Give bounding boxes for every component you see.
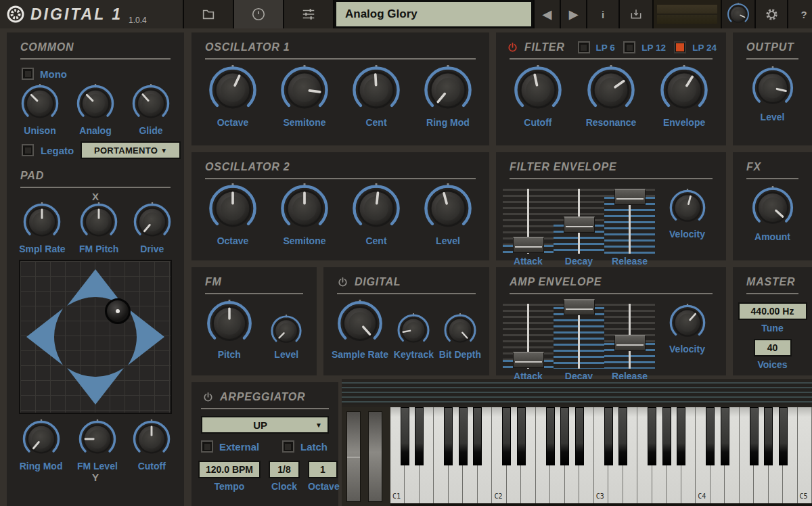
- black-key[interactable]: [662, 407, 671, 465]
- latch-checkbox[interactable]: [282, 440, 294, 453]
- black-key[interactable]: [415, 407, 424, 465]
- knob-smpl-rate[interactable]: Smpl Rate: [19, 202, 65, 254]
- knob-envelope[interactable]: Envelope: [659, 65, 709, 128]
- black-key[interactable]: [721, 407, 729, 465]
- knob-cent[interactable]: Cent: [351, 183, 401, 246]
- arp-latch-toggle[interactable]: Latch: [282, 440, 328, 453]
- external-checkbox[interactable]: [201, 440, 213, 453]
- slider-decay[interactable]: Decay: [554, 189, 604, 267]
- slider-track-area[interactable]: [554, 189, 604, 254]
- slider-release[interactable]: Release: [604, 304, 655, 382]
- settings-button[interactable]: [756, 0, 787, 28]
- black-key[interactable]: [677, 407, 685, 465]
- knob-bit-depth[interactable]: Bit Depth: [439, 313, 481, 360]
- slider-attack[interactable]: Attack: [503, 304, 554, 382]
- pitch-wheel[interactable]: [346, 411, 361, 502]
- knob-level[interactable]: Level: [751, 66, 794, 122]
- knob-cent[interactable]: Cent: [351, 65, 401, 128]
- black-key[interactable]: [502, 407, 511, 465]
- main-tab[interactable]: [234, 0, 283, 28]
- knob-velocity[interactable]: Velocity: [669, 304, 706, 354]
- arp-mode-dropdown[interactable]: UP ▼: [201, 416, 329, 434]
- preset-display[interactable]: Analog Glory: [334, 0, 533, 28]
- prev-preset-button[interactable]: ◀: [535, 0, 560, 28]
- black-key[interactable]: [648, 407, 656, 465]
- master-voices-value[interactable]: 40: [754, 339, 792, 356]
- black-key[interactable]: [546, 407, 555, 465]
- arp-clock-value[interactable]: 1/8: [269, 461, 300, 478]
- legato-checkbox[interactable]: [22, 144, 34, 156]
- black-key[interactable]: [604, 407, 613, 465]
- knob-octave[interactable]: Octave: [208, 65, 258, 128]
- xy-pad[interactable]: [19, 260, 172, 414]
- glide-mode-dropdown[interactable]: PORTAMENTO ▼: [81, 141, 181, 159]
- settings-tab[interactable]: [284, 0, 333, 28]
- mode-checkbox[interactable]: [623, 41, 635, 53]
- slider-track-area[interactable]: [604, 189, 655, 254]
- slider-handle[interactable]: [614, 189, 646, 205]
- slider-decay[interactable]: Decay: [554, 304, 604, 382]
- white-key[interactable]: C5: [798, 407, 812, 503]
- knob-fm-pitch[interactable]: FM Pitch: [79, 202, 118, 254]
- black-key[interactable]: [779, 407, 788, 465]
- slider-track-area[interactable]: [503, 189, 554, 254]
- black-key[interactable]: [575, 407, 584, 465]
- slider-handle[interactable]: [614, 335, 646, 351]
- arp-external-toggle[interactable]: External: [201, 440, 259, 453]
- knob-sample-rate[interactable]: Sample Rate: [332, 300, 388, 360]
- black-key[interactable]: [473, 407, 482, 465]
- browser-tab[interactable]: [184, 0, 233, 28]
- knob-glide[interactable]: Glide: [131, 84, 171, 136]
- knob-ring-mod[interactable]: Ring Mod: [20, 419, 63, 472]
- knob-ring-mod[interactable]: Ring Mod: [423, 65, 473, 128]
- slider-track-area[interactable]: [554, 304, 604, 369]
- next-preset-button[interactable]: ▶: [561, 0, 586, 28]
- black-key[interactable]: [618, 407, 627, 465]
- knob-semitone[interactable]: Semitone: [279, 183, 330, 246]
- knob-cutoff[interactable]: Cutoff: [132, 419, 171, 472]
- knob-drive[interactable]: Drive: [133, 202, 172, 254]
- knob-knob[interactable]: [727, 3, 750, 26]
- slider-attack[interactable]: Attack: [503, 189, 554, 267]
- black-key[interactable]: [401, 407, 409, 465]
- mode-checkbox[interactable]: [578, 41, 590, 53]
- arp-octave-value[interactable]: 1: [308, 461, 338, 478]
- filter-mode-lp-6[interactable]: LP 6: [578, 41, 615, 53]
- piano-keyboard[interactable]: C1C2C3C4C5: [390, 407, 812, 506]
- filter-power-button[interactable]: [507, 42, 518, 53]
- mode-checkbox[interactable]: [674, 41, 686, 53]
- digital-power-button[interactable]: [337, 277, 348, 288]
- knob-octave[interactable]: Octave: [208, 183, 258, 246]
- knob-keytrack[interactable]: Keytrack: [394, 313, 434, 360]
- knob-level[interactable]: Level: [423, 183, 473, 246]
- mono-checkbox[interactable]: [22, 68, 34, 80]
- black-key[interactable]: [560, 407, 569, 465]
- slider-handle[interactable]: [513, 237, 544, 253]
- arp-tempo-value[interactable]: 120.0 BPM: [198, 461, 261, 478]
- arp-power-button[interactable]: [202, 392, 214, 403]
- knob-cutoff[interactable]: Cutoff: [513, 65, 563, 128]
- mono-toggle[interactable]: Mono: [22, 68, 184, 80]
- black-key[interactable]: [459, 407, 468, 465]
- knob-resonance[interactable]: Resonance: [586, 65, 637, 128]
- knob-analog[interactable]: Analog: [76, 84, 115, 136]
- filter-mode-lp-24[interactable]: LP 24: [674, 41, 717, 53]
- slider-handle[interactable]: [513, 352, 544, 368]
- black-key[interactable]: [517, 407, 526, 465]
- black-key[interactable]: [706, 407, 715, 465]
- slider-handle[interactable]: [564, 216, 595, 233]
- master-tune-value[interactable]: 440.00 Hz: [738, 302, 807, 320]
- black-key[interactable]: [750, 407, 759, 465]
- save-preset-button[interactable]: [620, 0, 652, 28]
- help-button[interactable]: ?: [788, 0, 812, 28]
- slider-track-area[interactable]: [503, 304, 554, 369]
- knob-amount[interactable]: Amount: [751, 186, 794, 242]
- mod-wheel[interactable]: [368, 411, 382, 502]
- black-key[interactable]: [444, 407, 453, 465]
- black-key[interactable]: [764, 407, 773, 465]
- knob-semitone[interactable]: Semitone: [279, 65, 330, 128]
- slider-release[interactable]: Release: [604, 189, 655, 267]
- knob-fm-level[interactable]: FM Level: [77, 419, 118, 472]
- knob-level[interactable]: Level: [270, 315, 302, 360]
- xy-pad-puck[interactable]: [105, 298, 131, 324]
